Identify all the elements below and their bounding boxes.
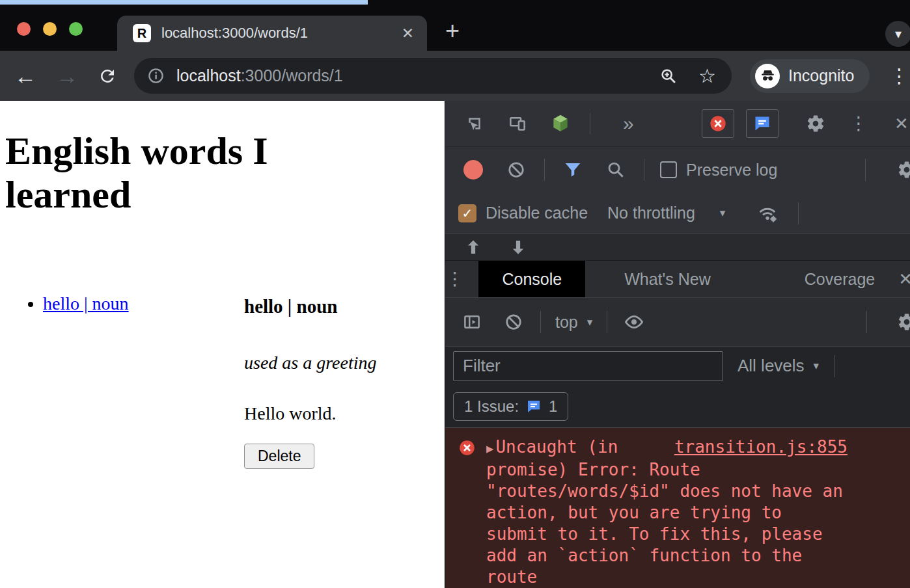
- url-host: localhost: [176, 66, 241, 85]
- web-page: English words I learned hello | noun hel…: [0, 101, 445, 588]
- remix-favicon-icon: R: [133, 24, 151, 42]
- error-text: Uncaught (in promise) Error: Route "rout…: [486, 437, 843, 587]
- tab-search-button[interactable]: ▾: [885, 21, 910, 47]
- error-source-link[interactable]: transition.js:855: [674, 436, 848, 458]
- expand-triangle-icon[interactable]: ▶: [486, 441, 493, 455]
- devtools-panel: » ⋮ ✕ Preserve log: [445, 101, 910, 588]
- tab-console[interactable]: Console: [478, 261, 585, 297]
- disable-cache-checkbox[interactable]: ✓ Disable cache: [458, 204, 588, 222]
- context-value: top: [555, 313, 578, 332]
- check-icon: ✓: [462, 206, 473, 221]
- devtools-close-icon[interactable]: ✕: [889, 111, 910, 136]
- bookmark-star-icon[interactable]: ☆: [698, 64, 716, 87]
- console-issues-row: 1 Issue: 1: [445, 385, 910, 428]
- filter-input[interactable]: [453, 351, 723, 381]
- context-selector[interactable]: top ▾: [555, 313, 592, 332]
- console-sidebar-icon[interactable]: [460, 310, 484, 334]
- console-error-entry[interactable]: transition.js:855 ▶Uncaught (in promise)…: [445, 428, 910, 588]
- chevron-down-icon: ▾: [720, 206, 726, 220]
- drawer-menu-icon[interactable]: ⋮: [445, 261, 464, 297]
- url-path: :3000/words/1: [241, 66, 343, 85]
- window-minimize-button[interactable]: [43, 22, 57, 36]
- delete-button[interactable]: Delete: [244, 444, 314, 469]
- log-levels-select[interactable]: All levels ▾: [738, 356, 819, 376]
- background-window-sliver: [0, 0, 368, 5]
- chevron-down-icon: ▾: [814, 359, 820, 373]
- throttling-value: No throttling: [607, 204, 695, 222]
- back-button[interactable]: ←: [14, 65, 36, 87]
- tab-title: localhost:3000/words/1: [161, 25, 394, 42]
- page-title: English words I learned: [5, 129, 370, 217]
- address-bar[interactable]: localhost:3000/words/1 ☆: [134, 58, 732, 94]
- word-heading: hello | noun: [244, 296, 377, 317]
- network-settings-gear-icon[interactable]: [894, 157, 910, 182]
- divider: [590, 113, 590, 135]
- live-expression-eye-icon[interactable]: [622, 310, 646, 334]
- window-close-button[interactable]: [17, 22, 31, 36]
- browser-tab[interactable]: R localhost:3000/words/1 ✕: [117, 16, 427, 51]
- tab-whats-new[interactable]: What's New: [601, 261, 734, 297]
- divider: [866, 311, 867, 333]
- browser-menu-icon[interactable]: ⋮: [889, 64, 909, 87]
- issue-chat-icon: [526, 399, 542, 414]
- drawer-close-icon[interactable]: ✕: [898, 271, 910, 287]
- divider: [544, 159, 545, 181]
- console-filter-row: All levels ▾: [445, 347, 910, 385]
- new-tab-button[interactable]: +: [445, 18, 460, 43]
- preserve-log-label: Preserve log: [686, 161, 777, 180]
- more-panels-icon[interactable]: »: [623, 114, 634, 133]
- device-toolbar-icon[interactable]: [505, 111, 530, 136]
- checkbox-unchecked[interactable]: [660, 161, 677, 178]
- inspect-element-icon[interactable]: [462, 111, 487, 136]
- window-zoom-button[interactable]: [69, 22, 83, 36]
- console-settings-gear-icon[interactable]: [894, 310, 910, 334]
- export-har-icon[interactable]: [506, 235, 531, 260]
- devtools-main-toolbar: » ⋮ ✕: [445, 101, 910, 147]
- url-text: localhost:3000/words/1: [176, 66, 343, 85]
- log-levels-value: All levels: [738, 356, 805, 376]
- import-har-icon[interactable]: [461, 235, 486, 260]
- chevron-down-icon: ▾: [587, 315, 593, 329]
- network-import-export-row: [445, 234, 910, 260]
- network-search-icon[interactable]: [603, 157, 628, 182]
- drawer-tab-bar: ⋮ Console What's New Coverage ✕: [445, 260, 910, 298]
- zoom-icon[interactable]: [659, 67, 678, 85]
- settings-gear-icon[interactable]: [803, 111, 828, 136]
- word-definition: used as a greeting: [244, 353, 377, 373]
- preserve-log-checkbox[interactable]: Preserve log: [660, 161, 777, 180]
- divider: [798, 202, 799, 224]
- clear-console-icon[interactable]: [501, 310, 526, 334]
- network-toolbar: Preserve log: [445, 147, 910, 193]
- incognito-icon: [755, 64, 780, 88]
- checkbox-checked[interactable]: ✓: [458, 204, 476, 222]
- site-info-icon[interactable]: [147, 67, 165, 85]
- word-example: Hello world.: [244, 403, 377, 424]
- word-detail: hello | noun used as a greeting Hello wo…: [244, 296, 377, 469]
- content-area: English words I learned hello | noun hel…: [0, 101, 910, 588]
- word-list: hello | noun: [0, 293, 445, 314]
- divider: [540, 311, 541, 333]
- devtools-menu-icon[interactable]: ⋮: [846, 111, 871, 136]
- node-devtools-icon[interactable]: [548, 111, 573, 136]
- issues-badge[interactable]: [746, 109, 779, 138]
- browser-window: R localhost:3000/words/1 ✕ + ▾ ← → local…: [0, 0, 910, 588]
- reload-button[interactable]: [98, 66, 117, 86]
- record-button[interactable]: [461, 157, 486, 182]
- incognito-badge: Incognito: [750, 59, 870, 93]
- clear-network-icon[interactable]: [504, 157, 529, 182]
- divider: [644, 159, 644, 181]
- tab-coverage[interactable]: Coverage: [781, 261, 898, 297]
- word-link[interactable]: hello | noun: [43, 293, 129, 314]
- issues-counter[interactable]: 1 Issue: 1: [453, 392, 568, 421]
- throttling-select[interactable]: No throttling ▾: [607, 204, 725, 222]
- tab-close-icon[interactable]: ✕: [402, 25, 414, 42]
- browser-toolbar: ← → localhost:3000/words/1 ☆ Incognito ⋮: [0, 51, 910, 101]
- issue-count: 1: [549, 397, 557, 416]
- network-conditions-icon[interactable]: [755, 201, 780, 226]
- forward-button[interactable]: →: [56, 65, 78, 87]
- error-badge[interactable]: [702, 109, 734, 138]
- network-filter-icon[interactable]: [560, 157, 585, 182]
- incognito-label: Incognito: [788, 66, 854, 85]
- window-controls: [17, 22, 83, 36]
- error-icon: [458, 439, 476, 459]
